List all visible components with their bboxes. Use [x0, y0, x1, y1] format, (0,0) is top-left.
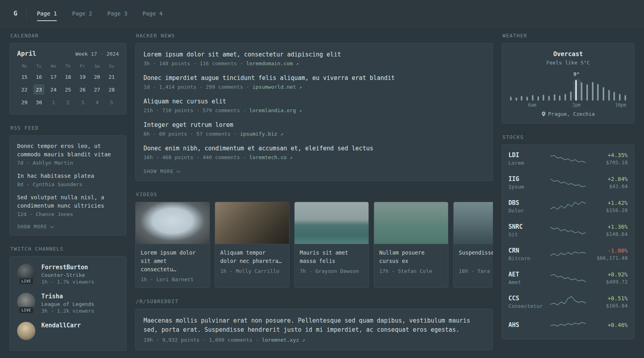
twitch-channel[interactable]: LIVE Trisha League of Legends 3h · 1.2k … [17, 293, 119, 314]
rss-item-title[interactable]: In hac habitasse platea [17, 172, 119, 180]
stock-name: Ipsum [508, 184, 545, 190]
channel-name[interactable]: KendallCarr [41, 322, 81, 329]
hn-item-title[interactable]: Donec enim nibh, condimentum et accumsan… [144, 144, 485, 153]
stock-id: AET Amet [508, 271, 545, 285]
channel-name[interactable]: Trisha [41, 293, 94, 300]
video-thumbnail[interactable] [295, 202, 369, 244]
twitch-channel[interactable]: LIVE ForrestBurton Counter-Strike 1h · 1… [17, 264, 119, 285]
hn-domain-link[interactable]: loremlandia.org ↗ [249, 107, 302, 113]
weather-bar [537, 96, 539, 101]
hn-item-title[interactable]: Integer eget rutrum lorem [144, 121, 485, 129]
weather-bar [526, 97, 528, 101]
stock-name: Consectetur [508, 303, 545, 309]
external-link-icon: ↗ [302, 337, 305, 343]
channel-avatar[interactable] [17, 322, 35, 340]
weather-location-text: Prague, Czechia [548, 111, 595, 117]
subreddit-post-title[interactable]: Maecenas mollis pulvinar erat non posuer… [144, 316, 485, 335]
stock-row[interactable]: AHS +0.46% [508, 314, 628, 337]
video-card[interactable]: Aliquam tempor dolor nec pharetra… 1h · … [215, 202, 289, 288]
video-thumbnail[interactable] [374, 202, 448, 244]
stock-row[interactable]: LDI Lorem +4.35% $795.18 [508, 147, 628, 171]
channel-avatar[interactable]: LIVE [17, 293, 35, 311]
channel-avatar[interactable]: LIVE [17, 264, 35, 282]
video-title[interactable]: Nullam posuere cursus ex [379, 249, 443, 265]
subreddit-meta-text: 19h · 9,932 points · 1,090 comments · [144, 337, 259, 343]
video-thumbnail[interactable] [136, 202, 209, 244]
app-logo[interactable]: G [14, 10, 26, 17]
channel-category[interactable]: League of Legends [41, 301, 94, 307]
twitch-widget: LIVE ForrestBurton Counter-Strike 1h · 1… [10, 256, 126, 351]
calendar-day: 24 [46, 85, 61, 94]
video-card[interactable]: Nullam posuere cursus ex 17h · Stefan Co… [374, 202, 448, 288]
video-title[interactable]: Lorem ipsum dolor sit amet consectetu… [141, 249, 204, 274]
hn-meta-text: 3h · 148 points · 116 comments · [144, 60, 243, 66]
hn-domain-link[interactable]: loremtech.co ↗ [249, 154, 293, 160]
weather-widget: Overcast Feels like 5°C 9° 6am2pm10pm Pr… [502, 43, 634, 124]
hn-item-meta: 21h · 710 points · 579 comments · loreml… [144, 107, 485, 113]
calendar-day-header: Sa [90, 64, 105, 69]
live-badge: LIVE [19, 278, 34, 285]
stock-name: Amet [508, 279, 545, 285]
stock-values: +4.35% $795.18 [591, 152, 628, 165]
weather-bars [510, 80, 626, 101]
location-pin-icon [541, 111, 546, 117]
subreddit-domain-link[interactable]: loremnet.xyz ↗ [262, 337, 305, 343]
stock-row[interactable]: CCS Consectetur +0.51% $165.84 [508, 290, 628, 314]
hn-meta-text: 1d · 1,414 points · 299 comments · [144, 84, 249, 90]
stock-price: $795.18 [591, 160, 628, 165]
current-temp-label: 9° [573, 71, 580, 77]
rss-item-title[interactable]: Donec tempor eros leo, ut commodo mauris… [17, 142, 119, 159]
calendar-day: 20 [90, 72, 105, 82]
video-thumbnail[interactable] [215, 202, 289, 244]
weather-bar [603, 87, 604, 101]
hn-item-title[interactable]: Donec imperdiet augue tincidunt felis al… [144, 74, 485, 82]
hn-show-more-button[interactable]: SHOW MORE [144, 169, 180, 174]
tab-page-3[interactable]: Page 3 [107, 0, 128, 27]
video-thumbnail[interactable] [454, 202, 493, 244]
stock-row[interactable]: AET Amet +0.92% $499.72 [508, 266, 628, 290]
rss-item: Sed volutpat nulla nisl, a condimentum n… [17, 193, 119, 217]
tab-page-4[interactable]: Page 4 [142, 0, 163, 27]
stock-sparkline [545, 200, 591, 213]
video-title[interactable]: Suspendisse diam [459, 249, 493, 265]
stock-row[interactable]: DBS Dolor +1.42% $156.28 [508, 195, 628, 218]
hn-item-meta: 16h · 468 points · 440 comments · loremt… [144, 154, 485, 160]
hn-item-meta: 1d · 1,414 points · 299 comments · ipsum… [144, 84, 485, 90]
stock-sparkline [545, 319, 591, 332]
rss-item-meta: 8d · Cynthia Saunders [17, 181, 119, 187]
calendar-day: 1 [46, 97, 61, 107]
rss-item-title[interactable]: Sed volutpat nulla nisl, a condimentum n… [17, 193, 119, 210]
stock-change: +0.51% [591, 295, 628, 302]
chevron-down-icon [176, 169, 180, 173]
stock-row[interactable]: IIG Ipsum +2.84% $42.04 [508, 171, 628, 195]
stock-id: CCS Consectetur [508, 295, 545, 309]
hn-domain-link[interactable]: ipsumify.biz ↗ [240, 131, 283, 137]
calendar-day: 18 [61, 72, 76, 82]
calendar-day: 5 [104, 97, 119, 107]
tab-page-1[interactable]: Page 1 [37, 0, 57, 27]
twitch-channel[interactable]: KendallCarr [17, 322, 119, 340]
video-card[interactable]: Lorem ipsum dolor sit amet consectetu… 1… [135, 202, 210, 288]
video-card[interactable]: Mauris sit amet massa felis 7h · Grayson… [294, 202, 369, 288]
stock-change: +4.35% [591, 152, 628, 158]
calendar-day-header: We [46, 64, 61, 69]
video-card[interactable]: Suspendisse diam 18h · Tara [453, 202, 493, 288]
hn-item-title[interactable]: Aliquam nec cursus elit [144, 97, 485, 106]
calendar-day-headers: MoTuWeThFrSaSu [17, 64, 119, 69]
stock-row[interactable]: CRN Bitcorn -1.00% $66,171.48 [508, 242, 628, 266]
subreddit-widget: Maecenas mollis pulvinar erat non posuer… [135, 309, 493, 351]
stock-values: +2.84% $42.04 [591, 176, 628, 189]
channel-name[interactable]: ForrestBurton [41, 264, 94, 271]
rss-show-more-button[interactable]: SHOW MORE [17, 224, 53, 230]
hn-domain-link[interactable]: loremdomain.com ↗ [246, 60, 299, 66]
hn-domain-link[interactable]: ipsumworld.net ↗ [252, 84, 302, 90]
video-title[interactable]: Aliquam tempor dolor nec pharetra… [220, 249, 284, 265]
hn-item-title[interactable]: Lorem ipsum dolor sit amet, consectetur … [144, 51, 485, 59]
video-title[interactable]: Mauris sit amet massa felis [300, 249, 363, 265]
calendar-day-header: Su [104, 64, 119, 69]
channel-category[interactable]: Counter-Strike [41, 272, 94, 278]
weather-bar [597, 84, 599, 101]
rss-item-meta: 12d · Chance Jones [17, 211, 119, 217]
stock-row[interactable]: SNRC Sit +1.36% $148.64 [508, 218, 628, 242]
tab-page-2[interactable]: Page 2 [72, 0, 92, 27]
